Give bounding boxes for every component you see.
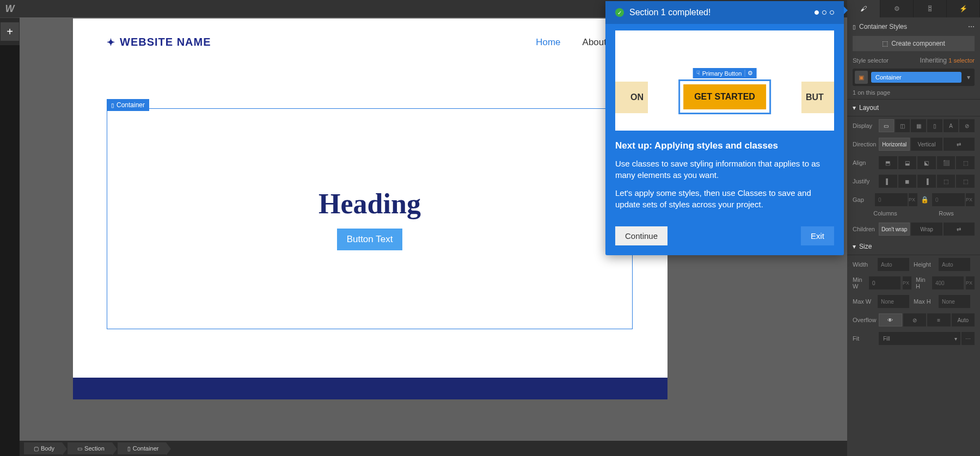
tutorial-preview: ON ☟ Primary Button ⚙ GET STARTED BUT [615,30,834,131]
style-panel: 🖌 ⚙ 🎛 ⚡ ▯Container Styles ⋯ ⬚ Create com… [847,0,980,456]
fit-more[interactable]: ⋯ [961,332,975,345]
page-heading[interactable]: Heading [318,188,421,220]
justify-end[interactable]: ▐ [917,175,936,188]
preview-selection-tag: ☟ Primary Button ⚙ [693,68,757,78]
panel-title: Container Styles [859,23,907,30]
children-wrap[interactable]: Wrap [911,223,942,236]
columns-label: Columns [873,210,897,217]
tab-interactions[interactable]: 🎛 [914,0,947,17]
breakpoint-icon[interactable]: ▣ [855,71,868,84]
minw-input[interactable] [869,276,901,289]
children-label: Children [853,226,879,232]
maxh-input[interactable] [939,295,970,308]
maxh-label: Max H [914,298,934,305]
justify-between[interactable]: ⬚ [937,175,955,188]
children-reverse[interactable]: ⇄ [944,223,975,236]
overflow-auto[interactable]: Auto [952,313,975,326]
lock-icon[interactable]: 🔒 [921,196,929,204]
direction-reverse[interactable]: ⇄ [944,138,975,151]
breadcrumb-container[interactable]: ▯Container [118,442,167,454]
align-baseline[interactable]: ⬚ [956,156,975,169]
tab-settings[interactable]: ⚙ [880,0,914,17]
layout-section-header[interactable]: ▾ Layout [847,100,980,116]
page-preview[interactable]: ✦ WEBSITE NAME Home About ▯ Container He… [73,19,667,399]
display-inline[interactable]: A [944,119,959,132]
direction-vertical[interactable]: Vertical [911,138,942,151]
maxw-input[interactable] [878,295,909,308]
site-brand: ✦ WEBSITE NAME [107,36,211,48]
align-label: Align [853,159,879,166]
chevron-down-icon[interactable]: ▾ [965,73,972,81]
create-component-button[interactable]: ⬚ Create component [853,36,975,51]
breadcrumb-body[interactable]: ▢Body [24,442,62,454]
exit-button[interactable]: Exit [801,226,834,245]
dot-3 [830,10,834,15]
width-label: Width [853,261,873,268]
minh-label: Min H [916,276,928,289]
display-flex[interactable]: ◫ [895,119,910,132]
tab-style[interactable]: 🖌 [847,0,880,17]
overflow-label: Overflow [853,317,879,323]
container-selection-tag[interactable]: ▯ Container [107,99,149,111]
justify-label: Justify [853,178,879,184]
site-name: WEBSITE NAME [120,36,211,48]
gap-label: Gap [853,196,872,203]
display-block[interactable]: ▭ [879,119,894,132]
children-nowrap[interactable]: Don't wrap [879,223,910,236]
page-button[interactable]: Button Text [337,229,403,250]
class-chip[interactable]: Container [871,72,961,83]
preview-primary-button: GET STARTED [683,84,766,109]
justify-around[interactable]: ⬚ [956,175,975,188]
component-icon: ⬚ [882,40,888,47]
sparkle-icon: ✦ [107,36,115,48]
justify-center[interactable]: ◼ [898,175,917,188]
align-end[interactable]: ⬕ [917,156,936,169]
overflow-visible[interactable]: 👁 [879,313,902,326]
dot-1 [814,10,819,15]
left-rail: + [0,17,20,45]
add-element-button[interactable]: + [1,22,19,41]
continue-button[interactable]: Continue [615,226,667,245]
pointer-icon: ☟ [696,70,700,77]
display-label: Display [853,122,879,129]
align-stretch[interactable]: ⬛ [937,156,955,169]
align-start[interactable]: ⬒ [879,156,897,169]
gap-row-input[interactable] [932,193,965,206]
container-icon: ▯ [111,102,114,108]
breadcrumb-section[interactable]: ▭Section [68,442,112,454]
display-grid[interactable]: ▦ [911,119,926,132]
size-section-header[interactable]: ▾ Size [847,238,980,255]
minh-input[interactable] [932,276,964,289]
tab-effects[interactable]: ⚡ [947,0,980,17]
align-center[interactable]: ⬓ [898,156,917,169]
tutorial-text-1: Use classes to save styling information … [615,158,834,181]
overflow-scroll[interactable]: ≡ [927,313,951,326]
nav-about[interactable]: About [583,37,607,48]
class-selector[interactable]: ▣ Container ▾ [853,69,975,86]
webflow-logo[interactable]: W [0,0,20,17]
rows-label: Rows [939,210,954,217]
tutorial-progress-dots [814,10,834,15]
inheriting-info[interactable]: Inheriting 1 selector [920,57,975,64]
gap-col-input[interactable] [875,193,908,206]
overflow-hidden[interactable]: ⊘ [903,313,927,326]
instance-count: 1 on this page [853,89,975,96]
gear-icon: ⚙ [894,5,900,13]
nav-home[interactable]: Home [536,37,560,48]
display-none[interactable]: ⊘ [959,119,975,132]
selected-container[interactable]: Heading Button Text [107,108,633,329]
chevron-down-icon: ▾ [853,243,856,250]
minw-label: Min W [853,276,865,289]
direction-horizontal[interactable]: Horizontal [879,138,910,151]
bolt-icon: ⚡ [959,5,967,13]
width-input[interactable] [878,258,909,271]
height-input[interactable] [939,258,970,271]
preview-right-button: BUT [801,82,834,113]
maxw-label: Max W [853,298,873,305]
check-icon: ✓ [615,8,624,17]
fit-select[interactable]: Fill▾ [879,332,960,345]
more-icon[interactable]: ⋯ [968,23,975,30]
display-inline-block[interactable]: ▯ [927,119,942,132]
style-selector-label: Style selector [853,57,889,64]
justify-start[interactable]: ▌ [879,175,897,188]
